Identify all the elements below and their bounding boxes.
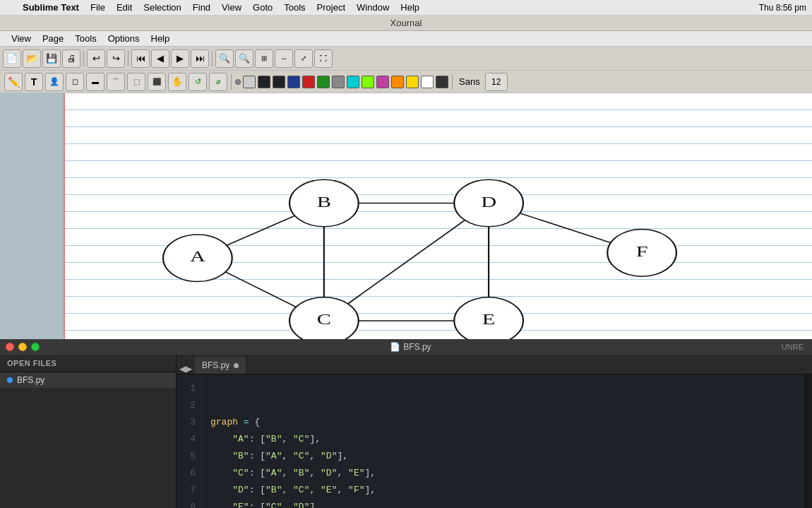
menu-help[interactable]: Help bbox=[395, 0, 425, 16]
select-rect-tool[interactable]: ⬚ bbox=[127, 73, 145, 91]
sep1 bbox=[83, 51, 84, 66]
svg-text:E: E bbox=[482, 312, 496, 328]
file-dot bbox=[7, 377, 13, 383]
color-swatch-gray[interactable] bbox=[332, 76, 345, 88]
line-num-8: 8 bbox=[177, 499, 196, 508]
color-swatch-orange[interactable] bbox=[391, 76, 404, 88]
menubar-right: Thu 8:56 pm bbox=[759, 3, 806, 13]
svg-text:C: C bbox=[317, 312, 331, 328]
macos-menubar: Sublime Text File Edit Selection Find Vi… bbox=[0, 0, 812, 16]
xournal-canvas: A B C D E F bbox=[0, 93, 812, 339]
first-page-button[interactable]: ⏮ bbox=[131, 49, 150, 68]
fullscreen-button[interactable]: ⛶ bbox=[314, 49, 333, 68]
color-swatch-navy[interactable] bbox=[287, 76, 300, 88]
xmenu-help[interactable]: Help bbox=[145, 31, 176, 47]
menu-selection[interactable]: Selection bbox=[138, 0, 186, 16]
apple-menu[interactable] bbox=[6, 0, 17, 16]
file-icon: 📄 bbox=[390, 342, 400, 352]
menu-time: Thu 8:56 pm bbox=[759, 3, 806, 13]
zoom-out-button[interactable]: 🔍 bbox=[215, 49, 234, 68]
sidebar-file-bfs[interactable]: BFS.py bbox=[0, 372, 176, 388]
undo-button[interactable]: ↩ bbox=[87, 49, 105, 68]
prev-page-button[interactable]: ◀ bbox=[151, 49, 169, 68]
highlighter-tool[interactable]: ⌀ bbox=[209, 73, 227, 91]
line-numbers: 1 2 3 4 5 6 7 8 bbox=[177, 374, 202, 508]
xmenu-page[interactable]: Page bbox=[37, 31, 69, 47]
text-tool[interactable]: T bbox=[25, 73, 43, 91]
select-region-tool[interactable]: ⬛ bbox=[148, 73, 166, 91]
erase-tool[interactable]: ↺ bbox=[189, 73, 207, 91]
xournal-toolbar1: 📄 📂 💾 🖨 ↩ ↪ ⏮ ◀ ▶ ⏭ 🔍 🔍 ⊞ ↔ ⤢ ⛶ bbox=[0, 47, 812, 71]
line-num-5: 5 bbox=[177, 448, 196, 465]
svg-text:F: F bbox=[636, 244, 648, 260]
zoom-width-button[interactable]: ↔ bbox=[275, 49, 293, 68]
menu-window[interactable]: Window bbox=[351, 0, 395, 16]
image-tool[interactable]: 👤 bbox=[45, 73, 64, 91]
next-page-button[interactable]: ▶ bbox=[171, 49, 189, 68]
open-files-header: OPEN FILES bbox=[0, 355, 176, 372]
new-button[interactable]: 📄 bbox=[3, 49, 21, 68]
hand-tool[interactable]: ✋ bbox=[168, 73, 186, 91]
code-area: 1 2 3 4 5 6 7 8 graph = { "A": ["B", "C"… bbox=[177, 374, 812, 508]
color-swatch-cyan[interactable] bbox=[347, 76, 359, 88]
color-swatch-lime[interactable] bbox=[362, 76, 374, 88]
zoom-fit-button[interactable]: ⊞ bbox=[255, 49, 273, 68]
tab-modified-dot bbox=[234, 363, 239, 368]
print-button[interactable]: 🖨 bbox=[62, 49, 80, 68]
sidebar-filename: BFS.py bbox=[17, 375, 44, 385]
color-swatch-yellow[interactable] bbox=[406, 76, 419, 88]
svg-line-4 bbox=[324, 203, 489, 321]
xmenu-tools[interactable]: Tools bbox=[69, 31, 102, 47]
xmenu-options[interactable]: Options bbox=[102, 31, 145, 47]
last-page-button[interactable]: ⏭ bbox=[191, 49, 209, 68]
menu-view[interactable]: View bbox=[216, 0, 247, 16]
font-size-field[interactable]: 12 bbox=[485, 73, 508, 91]
shape-tool[interactable]: ◻ bbox=[66, 73, 84, 91]
zoom-page-button[interactable]: ⤢ bbox=[294, 49, 313, 68]
sep2 bbox=[128, 51, 129, 66]
color-swatch-white[interactable] bbox=[421, 76, 434, 88]
svg-text:A: A bbox=[190, 249, 205, 265]
close-button[interactable] bbox=[6, 343, 14, 351]
menu-project[interactable]: Project bbox=[311, 0, 351, 16]
tab-filename: BFS.py bbox=[202, 360, 229, 370]
color-swatch-red[interactable] bbox=[302, 76, 315, 88]
ruler-tool[interactable]: ▬ bbox=[86, 73, 105, 91]
open-button[interactable]: 📂 bbox=[23, 49, 41, 68]
menu-tools[interactable]: Tools bbox=[278, 0, 311, 16]
code-content[interactable]: graph = { "A": ["B", "C"], "B": ["A", "C… bbox=[202, 374, 805, 508]
sep5 bbox=[452, 74, 453, 90]
lasso-tool[interactable]: ⌒ bbox=[107, 73, 125, 91]
tab-bar: ◀ ▶ BFS.py bbox=[177, 355, 812, 374]
color-swatch-black[interactable] bbox=[258, 76, 270, 88]
line-num-7: 7 bbox=[177, 482, 196, 499]
color-swatch-green[interactable] bbox=[317, 76, 330, 88]
line-num-3: 3 bbox=[177, 414, 196, 431]
tab-bfs[interactable]: BFS.py bbox=[195, 357, 246, 374]
save-button[interactable]: 💾 bbox=[42, 49, 61, 68]
pen-size-indicator bbox=[235, 79, 241, 85]
zoom-in-button[interactable]: 🔍 bbox=[235, 49, 253, 68]
menu-find[interactable]: Find bbox=[187, 0, 216, 16]
minimap bbox=[805, 374, 812, 508]
line-num-6: 6 bbox=[177, 465, 196, 482]
color-swatch-dark[interactable] bbox=[273, 76, 285, 88]
menu-file[interactable]: File bbox=[85, 0, 111, 16]
graph-svg: A B C D E F bbox=[64, 93, 812, 339]
pen-tool[interactable]: ✏️ bbox=[4, 73, 23, 91]
color-swatch-darkgray[interactable] bbox=[436, 76, 448, 88]
xournal-titlebar: Xournal bbox=[0, 16, 812, 31]
line-num-2: 2 bbox=[177, 397, 196, 414]
menu-edit[interactable]: Edit bbox=[111, 0, 138, 16]
minimize-button[interactable] bbox=[18, 343, 27, 351]
color-swatch-purple[interactable] bbox=[376, 76, 389, 88]
tab-nav-arrows[interactable]: ◀ ▶ bbox=[177, 364, 195, 374]
maximize-button[interactable] bbox=[31, 343, 40, 351]
menu-goto[interactable]: Goto bbox=[247, 0, 278, 16]
redo-button[interactable]: ↪ bbox=[107, 49, 125, 68]
editor-pane: ◀ ▶ BFS.py 1 2 3 4 5 6 7 8 bbox=[177, 355, 812, 508]
app-name[interactable]: Sublime Text bbox=[17, 0, 85, 16]
font-label: Sans bbox=[456, 76, 483, 87]
xmenu-view[interactable]: View bbox=[6, 31, 37, 47]
color-swatch-light[interactable] bbox=[243, 76, 256, 88]
